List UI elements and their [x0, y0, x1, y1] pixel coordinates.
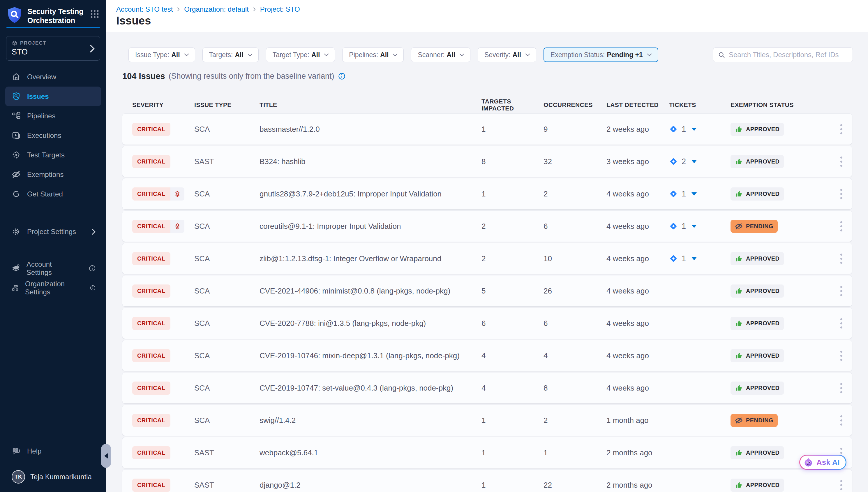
issue-title[interactable]: swig//1.4.2 — [260, 416, 481, 425]
severity-cell: CRITICAL — [132, 220, 194, 233]
table-row[interactable]: CRITICAL SAST B324: hashlib 8 32 3 weeks… — [122, 146, 852, 177]
kebab-menu-icon[interactable] — [835, 283, 847, 299]
issue-title[interactable]: zlib@1:1.2.13.dfsg-1: Integer Overflow o… — [260, 254, 481, 263]
table-row[interactable]: CRITICAL SAST django@1.2 1 22 2 months a… — [122, 470, 852, 492]
breadcrumb-organization[interactable]: Organization: default — [184, 5, 248, 14]
issue-title[interactable]: CVE-2019-10746: mixin-deep@1.3.1 (lang-p… — [260, 351, 481, 360]
exemption-status-badge: APPROVED — [731, 252, 784, 265]
sidebar-item-pipelines[interactable]: Pipelines — [0, 106, 106, 126]
sidebar-item-overview[interactable]: Overview — [0, 67, 106, 87]
issue-type-cell: SCA — [194, 190, 260, 198]
sidebar-item-label: Test Targets — [27, 151, 65, 159]
help-button[interactable]: ? Help — [0, 441, 106, 461]
filter-dropdown[interactable]: Targets: All — [203, 48, 259, 62]
ask-ai-button[interactable]: Ask AI — [799, 455, 846, 470]
exemption-status-badge: APPROVED — [731, 188, 784, 200]
last-detected-cell: 1 month ago — [606, 416, 669, 425]
ticket-count: 1 — [682, 254, 686, 263]
ticket-caret-down-icon[interactable] — [691, 160, 697, 163]
filter-dropdown[interactable]: Exemption Status: Pending +1 — [544, 48, 658, 62]
sidebar-item-issues[interactable]: Issues — [5, 87, 101, 106]
kebab-menu-icon[interactable] — [835, 380, 847, 396]
table-row[interactable]: CRITICAL SCA CVE-2019-10747: set-value@0… — [122, 372, 852, 403]
table-row[interactable]: CRITICAL SAST webpack@5.64.1 1 1 2 month… — [122, 437, 852, 468]
sidebar-item-project-settings[interactable]: Project Settings — [0, 222, 106, 241]
chevron-down-icon — [647, 53, 652, 56]
eye-off-icon — [735, 222, 743, 230]
sidebar-item-test-targets[interactable]: Test Targets — [0, 145, 106, 165]
issue-title[interactable]: CVE-2019-10747: set-value@0.4.3 (lang-pk… — [260, 384, 481, 393]
app-grid-icon[interactable] — [89, 9, 100, 19]
issues-note: (Showing results only from the baseline … — [169, 72, 334, 81]
kebab-menu-icon[interactable] — [835, 315, 847, 331]
kebab-menu-icon[interactable] — [835, 121, 847, 137]
sidebar-item-get-started[interactable]: Get Started — [0, 184, 106, 204]
avatar: TK — [12, 470, 25, 484]
table-row[interactable]: CRITICAL SCA CVE-2021-44906: minimist@0.… — [122, 275, 852, 306]
last-detected-cell: 4 weeks ago — [606, 254, 669, 263]
kebab-menu-icon[interactable] — [835, 250, 847, 267]
project-label: PROJECT — [20, 40, 46, 46]
filter-dropdown[interactable]: Severity: All — [478, 48, 536, 62]
issue-type-cell: SCA — [194, 287, 260, 296]
exemption-cell: APPROVED — [731, 123, 835, 136]
table-row[interactable]: CRITICAL SCA CVE-2019-10746: mixin-deep@… — [122, 340, 852, 371]
issue-title[interactable]: coreutils@9.1-1: Improper Input Validati… — [260, 222, 481, 231]
filter-dropdown[interactable]: Pipelines: All — [342, 48, 404, 62]
sidebar-item-organization-settings[interactable]: Organization Settings — [0, 278, 106, 298]
kebab-menu-icon[interactable] — [835, 477, 847, 492]
issue-title[interactable]: django@1.2 — [260, 481, 481, 490]
kebab-menu-icon[interactable] — [835, 186, 847, 202]
ticket-caret-down-icon[interactable] — [691, 128, 697, 131]
severity-cell: CRITICAL — [132, 285, 194, 298]
user-menu[interactable]: TK Teja Kummarikuntla — [0, 467, 106, 487]
kebab-menu-icon[interactable] — [835, 153, 847, 170]
info-icon[interactable] — [338, 72, 346, 80]
table-row[interactable]: CRITICAL SCA coreutils@9.1-1: Improper I… — [122, 211, 852, 242]
thumbs-up-icon — [735, 319, 743, 327]
issue-title[interactable]: gnutls28@3.7.9-2+deb12u5: Improper Input… — [260, 190, 481, 198]
kebab-menu-icon[interactable] — [835, 218, 847, 234]
ticket-caret-down-icon[interactable] — [691, 257, 697, 260]
table-row[interactable]: CRITICAL SCA zlib@1:1.2.13.dfsg-1: Integ… — [122, 243, 852, 274]
sidebar-item-executions[interactable]: Executions — [0, 126, 106, 145]
issue-title[interactable]: CVE-2020-7788: ini@1.3.5 (lang-pkgs, nod… — [260, 319, 481, 328]
issue-title[interactable]: B324: hashlib — [260, 157, 481, 166]
severity-badge: CRITICAL — [132, 220, 170, 233]
ticket-caret-down-icon[interactable] — [691, 225, 697, 228]
filter-dropdown[interactable]: Scanner: All — [411, 48, 470, 62]
kebab-menu-icon[interactable] — [835, 412, 847, 428]
project-selector[interactable]: PROJECT STO — [6, 36, 100, 60]
search-input[interactable] — [729, 51, 848, 59]
chevron-right-icon — [91, 228, 96, 235]
breadcrumb-project[interactable]: Project: STO — [260, 5, 300, 14]
sidebar-item-account-settings[interactable]: Account Settings — [0, 259, 106, 278]
table-header: SEVERITYISSUE TYPETITLETARGETS IMPACTEDO… — [132, 98, 852, 112]
issue-type-cell: SCA — [194, 222, 260, 231]
project-name: STO — [12, 48, 95, 56]
sidebar-item-exemptions[interactable]: Exemptions — [0, 165, 106, 184]
filter-dropdown[interactable]: Target Type: All — [266, 48, 335, 62]
table-row[interactable]: CRITICAL SCA gnutls28@3.7.9-2+deb12u5: I… — [122, 178, 852, 209]
sidebar-collapse-handle[interactable] — [101, 444, 111, 468]
table-row[interactable]: CRITICAL SCA swig//1.4.2 1 2 1 month ago… — [122, 405, 852, 436]
breadcrumb-account[interactable]: Account: STO test — [116, 5, 173, 14]
brand-divider — [6, 27, 100, 28]
info-icon[interactable] — [88, 264, 96, 272]
exemption-status-badge: APPROVED — [731, 155, 784, 168]
severity-badge: CRITICAL — [132, 252, 170, 265]
issue-title[interactable]: bassmaster//1.2.0 — [260, 125, 481, 134]
occurrences-cell: 9 — [544, 125, 606, 134]
table-row[interactable]: CRITICAL SCA bassmaster//1.2.0 1 9 2 wee… — [122, 114, 852, 145]
issue-title[interactable]: CVE-2021-44906: minimist@0.0.8 (lang-pkg… — [260, 287, 481, 296]
chevron-down-icon — [247, 53, 253, 56]
kebab-menu-icon[interactable] — [835, 347, 847, 364]
exemption-cell: PENDING — [731, 414, 835, 427]
filter-dropdown[interactable]: Issue Type: All — [128, 48, 195, 62]
chevron-right-icon — [177, 7, 180, 12]
info-icon[interactable] — [90, 284, 96, 292]
issue-title[interactable]: webpack@5.64.1 — [260, 448, 481, 457]
sidebar-item-label: Overview — [27, 73, 56, 81]
table-row[interactable]: CRITICAL SCA CVE-2020-7788: ini@1.3.5 (l… — [122, 308, 852, 339]
ticket-caret-down-icon[interactable] — [691, 192, 697, 196]
